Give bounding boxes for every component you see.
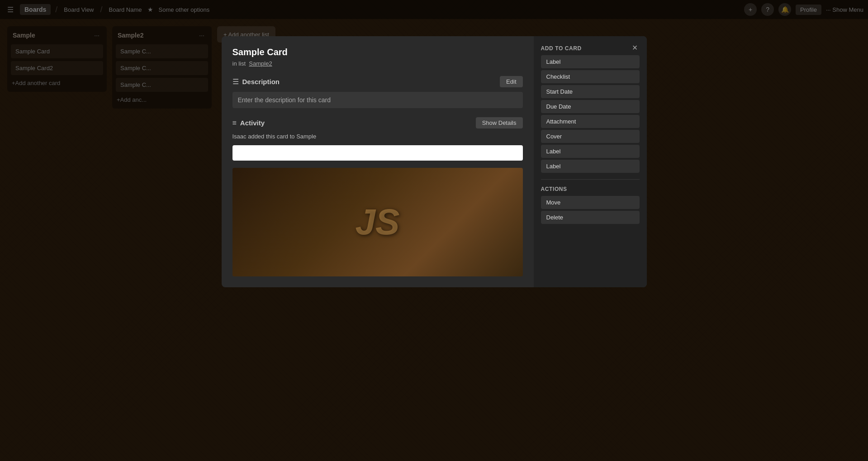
- sidebar-item-attachment[interactable]: Attachment: [541, 115, 640, 128]
- subtitle-list-link[interactable]: Sample2: [249, 60, 272, 67]
- description-header: ☰ Description Edit: [232, 76, 523, 87]
- card-image-text: JS: [356, 201, 400, 243]
- sidebar-item-move[interactable]: Move: [541, 196, 640, 209]
- card-modal: × Sample Card in list Sample2 ☰ Descript…: [222, 36, 647, 287]
- sidebar-item-label-1[interactable]: Label: [541, 55, 640, 68]
- subtitle-prefix: in list: [232, 60, 246, 67]
- edit-description-button[interactable]: Edit: [500, 76, 522, 87]
- activity-header: ≡ Activity Show Details: [232, 117, 523, 128]
- activity-section: ≡ Activity Show Details Isaac added this…: [232, 117, 523, 161]
- activity-title-group: ≡ Activity: [232, 119, 265, 127]
- sidebar-item-label-3[interactable]: Label: [541, 160, 640, 173]
- modal-close-button[interactable]: ×: [630, 42, 640, 54]
- description-icon: ☰: [232, 77, 239, 86]
- sidebar-item-due-date[interactable]: Due Date: [541, 100, 640, 113]
- description-title: Description: [242, 78, 280, 86]
- show-details-button[interactable]: Show Details: [476, 117, 523, 128]
- modal-overlay: × Sample Card in list Sample2 ☰ Descript…: [0, 0, 868, 461]
- modal-title: Sample Card: [232, 47, 523, 57]
- modal-body: Sample Card in list Sample2 ☰ Descriptio…: [222, 36, 647, 287]
- sidebar-item-cover[interactable]: Cover: [541, 130, 640, 143]
- sidebar-item-start-date[interactable]: Start Date: [541, 85, 640, 98]
- sidebar-item-label-2[interactable]: Label: [541, 145, 640, 158]
- sidebar-divider: [541, 179, 640, 180]
- activity-title: Activity: [240, 119, 265, 127]
- card-image: JS: [232, 168, 523, 276]
- actions-title: Actions: [541, 186, 640, 192]
- activity-icon: ≡: [232, 119, 237, 127]
- activity-item: Isaac added this card to Sample: [232, 133, 523, 140]
- sidebar-item-delete[interactable]: Delete: [541, 211, 640, 224]
- modal-main: Sample Card in list Sample2 ☰ Descriptio…: [222, 36, 534, 287]
- sidebar-item-checklist[interactable]: Checklist: [541, 70, 640, 83]
- modal-sidebar: Add to card Label Checklist Start Date D…: [534, 36, 647, 287]
- add-to-card-title: Add to card: [541, 45, 640, 52]
- activity-input[interactable]: [232, 145, 523, 161]
- description-placeholder[interactable]: Enter the description for this card: [232, 92, 523, 108]
- modal-subtitle: in list Sample2: [232, 60, 523, 67]
